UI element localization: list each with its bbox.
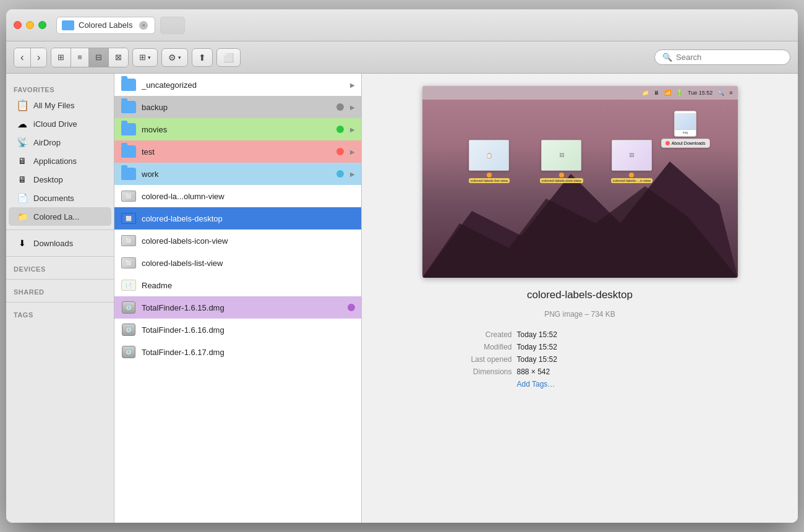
file-name: colored-labels-icon-view — [142, 236, 355, 246]
view-buttons: ⊞ ≡ ⊟ ⊠ — [51, 48, 129, 67]
airdrop-icon: 📡 — [16, 136, 28, 148]
file-item[interactable]: 📄 Readme — [114, 274, 361, 296]
disclosure-arrow: ▶ — [350, 82, 355, 88]
file-item[interactable]: work ▶ — [114, 163, 361, 185]
sidebar-item-documents[interactable]: 📄 Documents — [9, 189, 111, 207]
meta-label-last-opened: Last opened — [438, 355, 512, 364]
new-tab-area[interactable] — [160, 17, 185, 34]
label-dot — [336, 126, 344, 133]
sidebar-item-desktop[interactable]: 🖥 Desktop — [9, 170, 111, 189]
file-name: TotalFinder-1.6.16.dmg — [142, 325, 355, 335]
thumb-1-text: colored-labels-list-view — [469, 178, 510, 183]
tab-close-button[interactable]: × — [139, 21, 148, 30]
tab-folder-icon — [62, 20, 74, 30]
fake-menubar: 📁 🖥 📶 🔋 Tue 15:52 🔍 ≡ — [422, 86, 738, 100]
meta-value-created: Today 15:52 — [517, 330, 557, 339]
file-item[interactable]: _uncategorized ▶ — [114, 74, 361, 96]
meta-row-dimensions: Dimensions 888 × 542 — [438, 366, 722, 378]
sidebar-item-airdrop[interactable]: 📡 AirDrop — [9, 133, 111, 152]
meta-row-last-opened: Last opened Today 15:52 — [438, 353, 722, 366]
about-downloads-tooltip: img About Downloads — [661, 111, 710, 148]
file-item[interactable]: ⬜ colored-labels-list-view — [114, 252, 361, 274]
file-name: test — [142, 147, 331, 157]
meta-value-dimensions: 888 × 542 — [517, 367, 550, 376]
screenshot-icon: ⬜ — [121, 257, 137, 269]
window-tab[interactable]: Colored Labels × — [56, 17, 155, 34]
sidebar-item-all-my-files[interactable]: 📋 All My Files — [9, 96, 111, 114]
preview-pane: 📁 🖥 📶 🔋 Tue 15:52 🔍 ≡ — [362, 74, 798, 523]
folder-icon — [121, 79, 137, 91]
list-view-button[interactable]: ≡ — [71, 48, 89, 67]
close-button[interactable] — [14, 21, 22, 29]
red-dot-icon — [665, 141, 670, 145]
maximize-button[interactable] — [38, 21, 46, 29]
search-box[interactable]: 🔍 — [654, 49, 790, 65]
meta-row-created: Created Today 15:52 — [438, 328, 722, 341]
downloads-icon: ⬇ — [16, 237, 28, 249]
gear-icon: ⚙ — [168, 53, 176, 62]
folder-icon — [121, 101, 137, 113]
share-button[interactable]: ⬆ — [192, 48, 213, 67]
thumb-2-label: colored-labels-icon-view — [540, 173, 583, 183]
meta-row-tags: Add Tags… — [438, 378, 722, 390]
tab-title: Colored Labels — [79, 20, 132, 30]
add-tags-link[interactable]: Add Tags… — [517, 380, 555, 388]
file-item[interactable]: ⬜ colored-la...olumn-view — [114, 185, 361, 207]
file-item[interactable]: 💿 TotalFinder-1.6.17.dmg — [114, 341, 361, 363]
sidebar-item-icloud-drive[interactable]: ☁ iCloud Drive — [9, 114, 111, 133]
thumb-1-label: colored-labels-list-view — [469, 173, 510, 183]
forward-button[interactable]: › — [31, 48, 47, 67]
file-name: TotalFinder-1.6.17.dmg — [142, 348, 355, 357]
screenshot-icon: ⬜ — [121, 234, 137, 247]
sidebar-divider-1 — [6, 230, 114, 230]
sidebar-item-label: AirDrop — [33, 138, 61, 147]
fake-desktop-content: img About Downloads 📋 — [422, 100, 738, 278]
cover-view-button[interactable]: ⊠ — [109, 48, 128, 67]
file-item[interactable]: 💿 TotalFinder-1.6.16.dmg — [114, 319, 361, 341]
toolbar: ‹ › ⊞ ≡ ⊟ ⊠ ⊞ ▾ ⚙ ▾ ⬆ ⬜ 🔍 — [6, 41, 798, 74]
meta-value-last-opened: Today 15:52 — [517, 355, 557, 364]
sidebar-divider-4 — [6, 302, 114, 302]
dmg-icon: 💿 — [121, 346, 137, 358]
arrange-button[interactable]: ⊞ ▾ — [132, 48, 158, 67]
sidebar-item-label: Applications — [33, 157, 77, 166]
devices-section-label: Devices — [6, 260, 114, 275]
colored-la-icon: 📁 — [16, 210, 28, 223]
tag-button[interactable]: ⬜ — [216, 48, 241, 67]
file-name: colored-labels-desktop — [142, 214, 355, 223]
folder-icon — [121, 123, 137, 135]
file-item[interactable]: ⬜ colored-labels-desktop — [114, 207, 361, 230]
file-name: TotalFinder-1.6.15.dmg — [142, 303, 343, 312]
sidebar-item-applications[interactable]: 🖥 Applications — [9, 152, 111, 170]
disclosure-arrow: ▶ — [350, 171, 355, 178]
nav-buttons: ‹ › — [14, 48, 47, 67]
menubar-list-icon: ≡ — [729, 90, 732, 96]
sidebar-item-downloads[interactable]: ⬇ Downloads — [9, 234, 111, 252]
shared-section-label: Shared — [6, 283, 114, 298]
desktop-icon: 🖥 — [16, 173, 28, 186]
file-item[interactable]: movies ▶ — [114, 118, 361, 140]
sidebar-item-colored-la[interactable]: 📁 Colored La... — [9, 207, 111, 226]
arrange-icon: ⊞ — [139, 53, 146, 62]
file-name: colored-labels-list-view — [142, 259, 355, 268]
back-button[interactable]: ‹ — [14, 48, 31, 67]
thumb-3-label: colored-labels-...n-view — [611, 173, 653, 183]
search-input[interactable] — [676, 53, 782, 62]
file-item[interactable]: test ▶ — [114, 140, 361, 163]
action-button[interactable]: ⚙ ▾ — [161, 48, 188, 67]
file-item[interactable]: backup ▶ — [114, 96, 361, 118]
icon-view-button[interactable]: ⊞ — [51, 48, 71, 67]
minimize-button[interactable] — [26, 21, 34, 29]
titlebar: Colored Labels × — [6, 9, 798, 41]
main-content: Favorites 📋 All My Files ☁ iCloud Drive … — [6, 74, 798, 523]
file-item[interactable]: 💿 TotalFinder-1.6.15.dmg — [114, 296, 361, 319]
screenshot-icon: ⬜ — [121, 190, 137, 202]
meta-label-created: Created — [438, 330, 512, 339]
sidebar-item-label: All My Files — [33, 101, 74, 110]
thumb-3-container: 🖼 colored-labels-...n-view — [611, 140, 653, 183]
file-name: movies — [142, 125, 331, 134]
file-item[interactable]: ⬜ colored-labels-icon-view — [114, 230, 361, 252]
column-view-button[interactable]: ⊟ — [89, 48, 109, 67]
documents-icon: 📄 — [16, 192, 28, 204]
file-name: colored-la...olumn-view — [142, 192, 355, 201]
